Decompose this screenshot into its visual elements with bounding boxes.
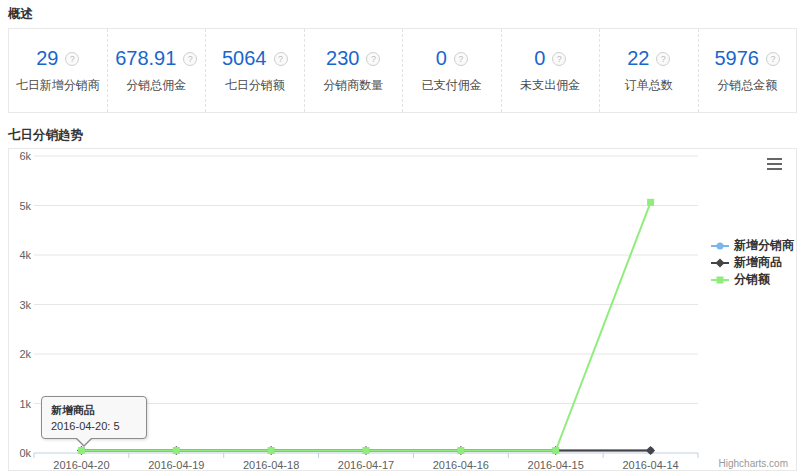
highcharts-credits[interactable]: Highcharts.com: [719, 458, 788, 469]
help-icon[interactable]: ?: [766, 52, 780, 66]
x-axis-tick-label: 2016-04-15: [528, 459, 584, 471]
trend-chart-panel: 6k5k4k3k2k1k0k 2016-04-202016-04-192016-…: [8, 148, 797, 471]
legend-item-diamond[interactable]: 新增商品: [711, 254, 794, 271]
x-axis-tick-label: 2016-04-20: [53, 459, 109, 471]
data-point-marker[interactable]: [716, 258, 725, 267]
stat-label: 已支付佣金: [422, 77, 482, 94]
data-point-marker[interactable]: [647, 199, 654, 206]
help-icon[interactable]: ?: [65, 52, 79, 66]
data-point-marker[interactable]: [717, 276, 724, 283]
data-point-marker[interactable]: [78, 447, 85, 454]
trend-title: 七日分销趋势: [8, 127, 83, 144]
stat-card-distributor-count: 230? 分销商数量: [305, 29, 404, 112]
stat-card-total-commission: 678.91? 分销总佣金: [108, 29, 207, 112]
legend-label: 新增商品: [734, 254, 782, 271]
data-point-marker[interactable]: [363, 447, 370, 454]
x-axis-tick-label: 2016-04-17: [338, 459, 394, 471]
chart-export-menu-icon[interactable]: [767, 158, 782, 170]
y-axis-tick-label: 0k: [9, 447, 31, 459]
x-axis-tick-label: 2016-04-18: [243, 459, 299, 471]
help-icon[interactable]: ?: [454, 52, 468, 66]
y-axis-tick-label: 6k: [9, 150, 31, 162]
stat-label: 未支出佣金: [520, 77, 580, 94]
overview-stats-panel: 29? 七日新增分销商 678.91? 分销总佣金 5064? 七日分销额 23…: [8, 28, 797, 113]
tooltip-series-name: 新增商品: [51, 403, 137, 418]
data-point-marker[interactable]: [268, 447, 275, 454]
legend-marker-icon: [711, 240, 729, 252]
legend-label: 分销额: [734, 271, 770, 288]
legend-item-square[interactable]: 分销额: [711, 271, 794, 288]
stat-card-order-total: 22? 订单总数: [600, 29, 699, 112]
stat-label: 分销总金额: [717, 77, 777, 94]
stat-value: 0: [534, 47, 545, 70]
y-axis-tick-label: 1k: [9, 398, 31, 410]
stat-card-paid-commission: 0? 已支付佣金: [403, 29, 502, 112]
legend-label: 新增分销商: [734, 237, 794, 254]
chart-tooltip: 新增商品 2016-04-20: 5: [41, 396, 147, 439]
stat-card-new-distributors: 29? 七日新增分销商: [9, 29, 108, 112]
help-icon[interactable]: ?: [366, 52, 380, 66]
stat-card-total-amount: 5976? 分销总金额: [699, 29, 797, 112]
stat-card-unpaid-commission: 0? 未支出佣金: [502, 29, 601, 112]
y-axis-tick-label: 3k: [9, 299, 31, 311]
stat-value: 230: [326, 47, 359, 70]
stat-value: 5064: [222, 47, 267, 70]
chart-legend: 新增分销商新增商品分销额: [711, 237, 794, 288]
stat-value: 678.91: [115, 47, 176, 70]
data-point-marker[interactable]: [552, 447, 559, 454]
help-icon[interactable]: ?: [656, 52, 670, 66]
stat-card-week-sales: 5064? 七日分销额: [206, 29, 305, 112]
data-point-marker[interactable]: [646, 446, 655, 455]
stat-value: 29: [36, 47, 58, 70]
stat-label: 分销商数量: [323, 77, 383, 94]
overview-title: 概述: [8, 6, 33, 23]
stat-value: 5976: [715, 47, 760, 70]
x-axis-tick-label: 2016-04-14: [622, 459, 678, 471]
x-axis-tick-label: 2016-04-19: [148, 459, 204, 471]
data-point-marker[interactable]: [457, 447, 464, 454]
help-icon[interactable]: ?: [183, 52, 197, 66]
y-axis-tick-label: 4k: [9, 249, 31, 261]
help-icon[interactable]: ?: [274, 52, 288, 66]
stat-label: 七日新增分销商: [16, 77, 100, 94]
data-point-marker[interactable]: [173, 447, 180, 454]
stat-label: 订单总数: [625, 77, 673, 94]
x-axis-tick-label: 2016-04-16: [433, 459, 489, 471]
stat-label: 分销总佣金: [126, 77, 186, 94]
y-axis-tick-label: 5k: [9, 200, 31, 212]
data-point-marker[interactable]: [717, 242, 724, 249]
legend-marker-icon: [711, 257, 729, 269]
y-axis-tick-label: 2k: [9, 348, 31, 360]
tooltip-value: 2016-04-20: 5: [51, 420, 137, 432]
stat-value: 22: [627, 47, 649, 70]
legend-item-circle[interactable]: 新增分销商: [711, 237, 794, 254]
stat-label: 七日分销额: [225, 77, 285, 94]
legend-marker-icon: [711, 274, 729, 286]
help-icon[interactable]: ?: [552, 52, 566, 66]
stat-value: 0: [436, 47, 447, 70]
